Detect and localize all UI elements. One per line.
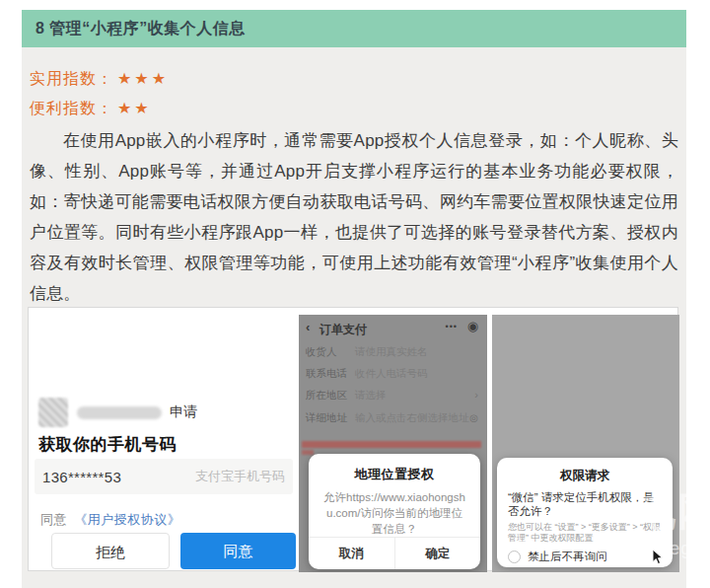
body-paragraph: 在使用App嵌入的小程序时，通常需要App授权个人信息登录，如：个人昵称、头像、… xyxy=(30,125,678,309)
blurred-app-name xyxy=(77,406,162,419)
permission-request-dialog: 权限请求 “微信” 请求定位手机权限，是否允许？ 您也可以在 “设置” > “更… xyxy=(497,458,673,567)
star-icons: ★★★ xyxy=(117,70,169,87)
agree-button[interactable]: 同意 xyxy=(180,533,296,569)
field-placeholder: 请选择 xyxy=(355,389,387,401)
radio-button-icon[interactable] xyxy=(508,551,521,563)
always-allow-button[interactable]: 始终允许 xyxy=(592,571,645,572)
field-placeholder: 收件人电话号码 xyxy=(355,367,428,379)
agreement-line: 同意 《用户授权协议》 xyxy=(40,511,180,529)
field-contact-phone[interactable]: 联系电话收件人电话号码 xyxy=(306,367,480,380)
rating-practical: 实用指数：★★★ xyxy=(30,64,678,94)
dialog-body: 允许https://www.xiaohongshu.com/访问你当前的地理位置… xyxy=(321,489,467,537)
dialog-hint: 您也可以在 “设置” > “更多设置” > “权限管理” 中更改权限配置 xyxy=(508,522,662,544)
field-label: 收货人 xyxy=(306,345,355,358)
dialog-buttons: 禁止 始终允许 xyxy=(497,571,673,572)
user-agreement-link[interactable]: 《用户授权协议》 xyxy=(74,512,180,527)
miniprogram-exit-icon[interactable]: ◉ xyxy=(467,319,478,333)
request-suffix-label: 申请 xyxy=(170,404,197,421)
field-region[interactable]: 所在地区请选择 › xyxy=(306,389,480,402)
rating-practical-label: 实用指数： xyxy=(30,70,113,87)
address-picker-icon[interactable]: ◎ xyxy=(469,411,478,424)
radio-label: 禁止后不再询问 xyxy=(528,550,607,564)
field-label: 联系电话 xyxy=(306,367,355,380)
field-placeholder: 输入或点击右侧选择地址 xyxy=(355,411,469,423)
rating-convenience-label: 便利指数： xyxy=(30,100,113,116)
auth-title: 获取你的手机号码 xyxy=(38,433,177,456)
location-permission-dialog: 地理位置授权 允许https://www.xiaohongshu.com/访问你… xyxy=(309,454,480,569)
order-page-header: ‹ 订单支付 ••• ◉ xyxy=(299,315,487,340)
cancel-button[interactable]: 取消 xyxy=(309,538,394,569)
section-header: 8 管理“小程序”收集个人信息 xyxy=(22,10,686,47)
field-label: 详细地址 xyxy=(306,411,355,424)
dialog-footer: 取消 确定 xyxy=(309,537,480,569)
screenshot-composite: 申请 获取你的手机号码 136******53 支付宝手机号码 同意 《用户授权… xyxy=(28,307,678,571)
dont-ask-again-row[interactable]: 禁止后不再询问 xyxy=(508,550,662,564)
order-payment-panel: ‹ 订单支付 ••• ◉ 收货人请使用真实姓名 联系电话收件人电话号码 所在地区… xyxy=(299,315,487,572)
field-label: 所在地区 xyxy=(306,389,355,402)
reject-button[interactable]: 拒绝 xyxy=(51,533,170,569)
order-page-title: 订单支付 xyxy=(320,322,367,338)
mouse-cursor-icon xyxy=(652,549,664,569)
dialog-body: “微信” 请求定位手机权限，是否允许？ xyxy=(508,490,662,518)
blurred-red-notice xyxy=(302,441,481,448)
deny-button[interactable]: 禁止 xyxy=(525,571,551,572)
chevron-right-icon: › xyxy=(474,389,478,402)
phone-number-row[interactable]: 136******53 支付宝手机号码 xyxy=(35,459,293,494)
field-address[interactable]: 详细地址输入或点击右侧选择地址 ◎ xyxy=(306,411,480,424)
agree-prefix-label: 同意 xyxy=(40,512,67,527)
phone-auth-panel: 申请 获取你的手机号码 136******53 支付宝手机号码 同意 《用户授权… xyxy=(29,308,299,570)
article-page: 8 管理“小程序”收集个人信息 实用指数：★★★ 便利指数：★★ 在使用App嵌… xyxy=(0,0,710,588)
field-recipient[interactable]: 收货人请使用真实姓名 xyxy=(306,345,480,358)
blurred-red-notice xyxy=(302,450,314,455)
star-icons: ★★ xyxy=(117,100,152,116)
requesting-app-row: 申请 xyxy=(38,397,197,428)
more-menu-icon[interactable]: ••• xyxy=(446,322,458,331)
blurred-app-icon xyxy=(38,398,68,427)
phone-source-label: 支付宝手机号码 xyxy=(195,468,285,485)
dialog-title: 地理位置授权 xyxy=(309,466,480,483)
confirm-button[interactable]: 确定 xyxy=(394,538,481,569)
content-area: 实用指数：★★★ 便利指数：★★ 在使用App嵌入的小程序时，通常需要App授权… xyxy=(22,47,686,588)
section-title: 8 管理“小程序”收集个人信息 xyxy=(36,20,246,37)
back-icon[interactable]: ‹ xyxy=(306,320,310,334)
ratings-block: 实用指数：★★★ 便利指数：★★ xyxy=(22,47,686,123)
field-placeholder: 请使用真实姓名 xyxy=(355,345,428,357)
dialog-title: 权限请求 xyxy=(497,468,673,484)
rating-convenience: 便利指数：★★ xyxy=(30,94,678,123)
masked-phone-number: 136******53 xyxy=(42,469,121,485)
system-permission-panel: 权限请求 “微信” 请求定位手机权限，是否允许？ 您也可以在 “设置” > “更… xyxy=(492,315,679,572)
